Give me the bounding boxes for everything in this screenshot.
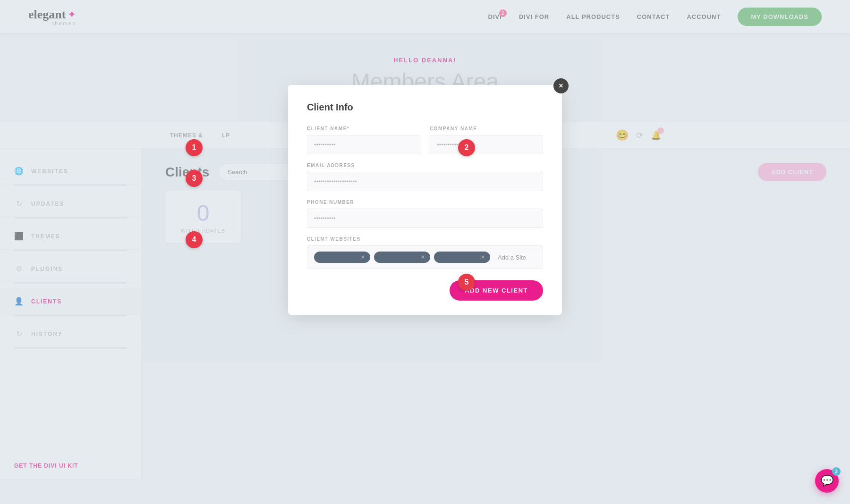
modal-title: Client Info bbox=[307, 102, 543, 113]
site-tag-close-3[interactable]: × bbox=[481, 254, 484, 260]
step-badge-5: 5 bbox=[458, 274, 475, 291]
modal-overlay: 1 2 3 4 5 × Client Info CLIENT NAME* COM… bbox=[0, 0, 850, 504]
client-name-input[interactable] bbox=[307, 135, 420, 154]
client-info-modal: × Client Info CLIENT NAME* COMPANY NAME … bbox=[288, 85, 562, 315]
step-badge-3: 3 bbox=[186, 170, 203, 187]
modal-footer: ADD NEW CLIENT bbox=[307, 280, 543, 301]
form-row-name: CLIENT NAME* COMPANY NAME bbox=[307, 126, 543, 154]
phone-label: PHONE NUMBER bbox=[307, 200, 543, 205]
form-row-phone: PHONE NUMBER bbox=[307, 200, 543, 228]
phone-input[interactable] bbox=[307, 209, 543, 228]
client-name-label: CLIENT NAME* bbox=[307, 126, 420, 131]
websites-label: CLIENT WEBSITES bbox=[307, 236, 543, 242]
site-tag-close-2[interactable]: × bbox=[421, 254, 425, 260]
site-tag-1: × bbox=[314, 252, 370, 263]
form-row-email: EMAIL ADDRESS bbox=[307, 163, 543, 191]
chat-widget[interactable]: 💬 3 bbox=[815, 469, 839, 493]
site-tag-2: × bbox=[374, 252, 430, 263]
form-col-websites: CLIENT WEBSITES × × × Add a Site bbox=[307, 236, 543, 269]
email-input[interactable] bbox=[307, 172, 543, 191]
email-label: EMAIL ADDRESS bbox=[307, 163, 543, 168]
step-badge-1: 1 bbox=[186, 139, 203, 156]
add-site-button[interactable]: Add a Site bbox=[494, 252, 530, 263]
form-row-websites: CLIENT WEBSITES × × × Add a Site bbox=[307, 236, 543, 269]
form-col-client-name: CLIENT NAME* bbox=[307, 126, 420, 154]
websites-area: × × × Add a Site bbox=[307, 245, 543, 269]
form-col-company-name: COMPANY NAME bbox=[430, 126, 543, 154]
site-tag-close-1[interactable]: × bbox=[361, 254, 365, 260]
chat-icon: 💬 bbox=[821, 475, 833, 487]
company-name-label: COMPANY NAME bbox=[430, 126, 543, 131]
step-badge-2: 2 bbox=[458, 139, 475, 156]
form-col-email: EMAIL ADDRESS bbox=[307, 163, 543, 191]
site-tag-3: × bbox=[434, 252, 490, 263]
chat-badge: 3 bbox=[832, 467, 841, 476]
company-name-input[interactable] bbox=[430, 135, 543, 154]
modal-close-button[interactable]: × bbox=[553, 78, 569, 93]
step-badge-4: 4 bbox=[186, 231, 203, 248]
form-col-phone: PHONE NUMBER bbox=[307, 200, 543, 228]
